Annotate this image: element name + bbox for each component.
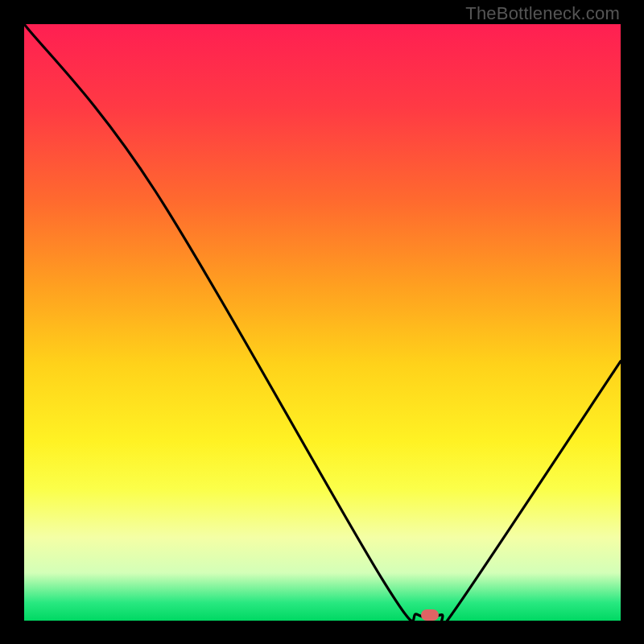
chart-frame: [24, 24, 621, 621]
optimal-marker: [421, 609, 439, 621]
watermark-label: TheBottleneck.com: [465, 3, 620, 24]
curve-svg: [24, 24, 621, 621]
bottleneck-curve: [24, 24, 621, 621]
